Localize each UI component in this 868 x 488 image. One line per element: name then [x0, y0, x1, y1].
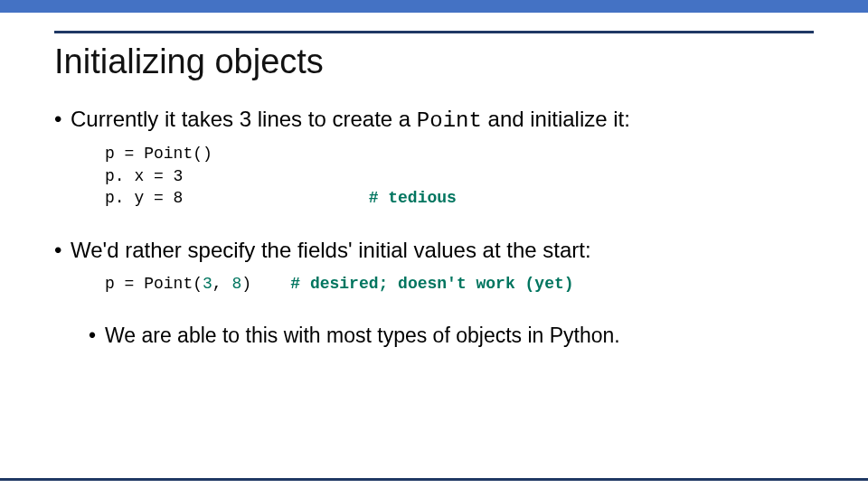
code-text: , — [212, 275, 232, 293]
bottom-rule — [0, 478, 868, 481]
accent-bar — [0, 0, 868, 13]
bullet-dot: • — [89, 322, 105, 350]
bullet-1: •Currently it takes 3 lines to create a … — [54, 105, 814, 136]
code-comment-desired: # desired; doesn't work (yet) — [290, 275, 573, 293]
code-number: 8 — [231, 275, 241, 293]
code-block-2: p = Point(3, 8) # desired; doesn't work … — [105, 273, 814, 295]
code-line: p = Point() — [105, 145, 212, 163]
top-rule — [54, 31, 814, 33]
code-pad — [183, 189, 368, 207]
bullet-dot: • — [54, 105, 71, 134]
inline-code-point: Point — [417, 108, 482, 133]
code-block-1: p = Point() p. x = 3 p. y = 8 # tedious — [105, 143, 814, 209]
bullet-3-text: We are able to this with most types of o… — [105, 324, 620, 347]
bullet-2-text: We'd rather specify the fields' initial … — [71, 238, 591, 262]
code-comment-tedious: # tedious — [369, 189, 457, 207]
slide-content: Initializing objects •Currently it takes… — [0, 31, 868, 350]
slide-title: Initializing objects — [54, 42, 814, 81]
code-text: p = Point( — [105, 275, 203, 293]
bullet-2: •We'd rather specify the fields' initial… — [54, 236, 814, 265]
bullet-1-post: and initialize it: — [482, 107, 630, 131]
code-text: ) — [241, 275, 290, 293]
bullet-dot: • — [54, 236, 71, 265]
bullet-3: •We are able to this with most types of … — [89, 322, 814, 350]
code-number: 3 — [203, 275, 212, 293]
code-line: p. y = 8 — [105, 189, 183, 207]
body: •Currently it takes 3 lines to create a … — [54, 105, 814, 350]
bullet-1-pre: Currently it takes 3 lines to create a — [71, 107, 417, 131]
code-line: p. x = 3 — [105, 167, 183, 185]
